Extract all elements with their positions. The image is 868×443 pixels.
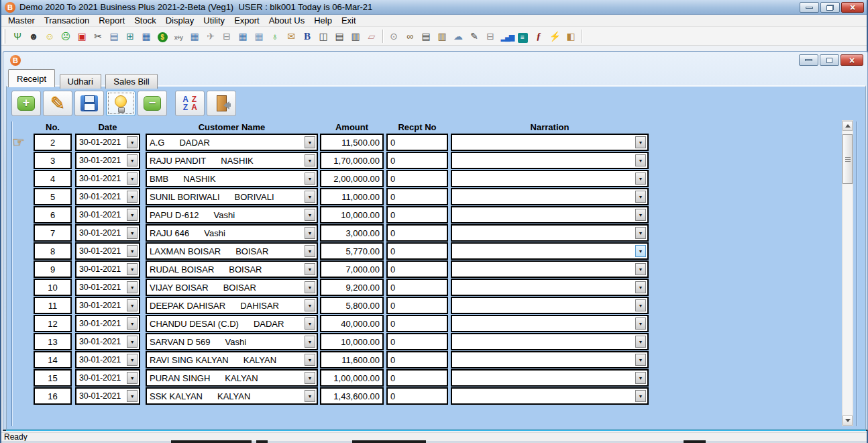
menu-item[interactable]: About Us xyxy=(264,15,309,27)
customer-combo[interactable]: RUDAL BOISARBOISAR xyxy=(146,260,318,278)
no-field[interactable]: 12 xyxy=(34,315,72,332)
menu-item[interactable]: Transaction xyxy=(40,15,94,27)
calculator-icon[interactable]: ≡ xyxy=(517,30,529,43)
customer-combo[interactable]: PURAN SINGHKALYAN xyxy=(146,369,318,387)
recpt-no-field[interactable]: 0 xyxy=(386,297,448,314)
scroll-up-icon[interactable] xyxy=(843,121,853,131)
date-combo[interactable]: 30-01-2021 xyxy=(75,134,140,151)
close-form-button[interactable] xyxy=(207,91,236,116)
chevron-down-icon[interactable] xyxy=(305,281,315,293)
no-field[interactable]: 8 xyxy=(34,242,72,260)
recpt-no-field[interactable]: 0 xyxy=(386,351,448,368)
chevron-down-icon[interactable] xyxy=(127,245,138,257)
save-button[interactable] xyxy=(74,91,104,116)
no-field[interactable]: 5 xyxy=(34,188,72,205)
amount-field[interactable]: 7,000.00 xyxy=(320,260,384,278)
amount-field[interactable]: 11,500.00 xyxy=(320,134,384,151)
chevron-down-icon[interactable] xyxy=(127,317,138,330)
chevron-down-icon[interactable] xyxy=(305,317,315,330)
function-icon[interactable]: ƒ xyxy=(533,30,545,43)
recpt-no-field[interactable]: 0 xyxy=(386,315,448,332)
narration-combo[interactable] xyxy=(451,333,649,350)
date-combo[interactable]: 30-01-2021 xyxy=(75,279,140,296)
customer-combo[interactable]: SSK KALYANKALYAN xyxy=(146,387,318,405)
toolbar-grip[interactable] xyxy=(3,29,5,44)
grid-window-icon[interactable]: ▦ xyxy=(189,30,201,43)
date-combo[interactable]: 30-01-2021 xyxy=(75,170,140,187)
close-button[interactable] xyxy=(841,2,864,13)
menu-item[interactable]: Help xyxy=(309,15,337,27)
chevron-down-icon[interactable] xyxy=(305,263,315,275)
amount-field[interactable]: 5,800.00 xyxy=(320,297,384,314)
glasses-icon[interactable]: ∞ xyxy=(404,30,416,43)
sort-az-button[interactable]: AZZA xyxy=(175,91,205,116)
menu-item[interactable]: Export xyxy=(229,15,264,27)
amount-field[interactable]: 10,000.00 xyxy=(320,333,384,350)
recpt-no-field[interactable]: 0 xyxy=(386,224,448,242)
recpt-no-field[interactable]: 0 xyxy=(386,279,448,296)
customer-combo[interactable]: PAPU D-612Vashi xyxy=(146,206,318,224)
narration-combo[interactable] xyxy=(451,206,649,224)
chevron-down-icon[interactable] xyxy=(635,336,646,348)
customer-combo[interactable]: RAJU 646Vashi xyxy=(146,224,318,242)
recpt-no-field[interactable]: 0 xyxy=(386,152,448,169)
narration-combo[interactable] xyxy=(451,134,649,151)
no-field[interactable]: 15 xyxy=(34,369,72,387)
comment-bubble-icon[interactable]: ☁ xyxy=(453,30,464,43)
table-alt-icon[interactable]: ▦ xyxy=(254,30,265,43)
bold-icon[interactable]: B xyxy=(302,30,313,43)
chevron-down-icon[interactable] xyxy=(127,209,138,221)
cabinet-icon[interactable]: ▥ xyxy=(437,30,448,43)
paper-plane-icon[interactable]: ✈ xyxy=(205,30,217,43)
note-document-icon[interactable]: ▤ xyxy=(109,30,120,43)
scroll-down-icon[interactable] xyxy=(843,415,853,426)
recpt-no-field[interactable]: 0 xyxy=(386,188,448,205)
menu-item[interactable]: Report xyxy=(94,15,129,27)
server-export-icon[interactable]: ⊟ xyxy=(485,30,496,43)
globe-truck-icon[interactable]: ♁ xyxy=(270,30,281,43)
chevron-down-icon[interactable] xyxy=(127,299,138,311)
customer-combo[interactable]: BMBNASHIK xyxy=(146,170,318,187)
date-combo[interactable]: 30-01-2021 xyxy=(75,242,140,260)
chevron-down-icon[interactable] xyxy=(305,136,315,148)
chevron-down-icon[interactable] xyxy=(305,245,315,257)
date-combo[interactable]: 30-01-2021 xyxy=(75,351,140,368)
date-combo[interactable]: 30-01-2021 xyxy=(75,387,140,405)
narration-combo[interactable] xyxy=(451,260,649,278)
happy-face-icon[interactable]: ☺ xyxy=(44,30,56,43)
chevron-down-icon[interactable] xyxy=(127,136,138,148)
child-close-button[interactable] xyxy=(840,54,863,66)
spy-person-icon[interactable]: ☻ xyxy=(28,30,40,43)
recpt-no-field[interactable]: 0 xyxy=(386,369,448,387)
book-pages-icon[interactable]: ◫ xyxy=(318,30,329,43)
date-combo[interactable]: 30-01-2021 xyxy=(75,315,140,332)
customer-combo[interactable]: CHANDU DESAI (C.D)DADAR xyxy=(146,315,318,332)
chevron-down-icon[interactable] xyxy=(635,154,646,166)
narration-combo[interactable] xyxy=(451,170,649,187)
menu-item[interactable]: Stock xyxy=(129,15,161,27)
no-field[interactable]: 10 xyxy=(34,279,72,296)
child-maximize-button[interactable] xyxy=(820,54,839,66)
narration-combo[interactable] xyxy=(451,279,649,296)
no-field[interactable]: 13 xyxy=(34,333,72,350)
notepad-edit-icon[interactable]: ✎ xyxy=(469,30,480,43)
mask-icon[interactable]: ▣ xyxy=(76,30,88,43)
menu-item[interactable]: Display xyxy=(161,15,199,27)
date-combo[interactable]: 30-01-2021 xyxy=(75,297,140,314)
no-field[interactable]: 9 xyxy=(34,260,72,278)
narration-combo[interactable] xyxy=(451,369,649,387)
table-icon[interactable]: ▦ xyxy=(237,30,249,43)
no-field[interactable]: 7 xyxy=(34,224,72,242)
amount-field[interactable]: 5,770.00 xyxy=(320,242,384,260)
customer-combo[interactable]: SARVAN D 569Vashi xyxy=(146,333,318,350)
chevron-down-icon[interactable] xyxy=(635,136,646,148)
customer-combo[interactable]: RAJU PANDITNASHIK xyxy=(146,152,318,169)
chevron-down-icon[interactable] xyxy=(127,354,138,366)
no-field[interactable]: 4 xyxy=(34,170,72,187)
no-field[interactable]: 2 xyxy=(34,134,72,151)
amount-field[interactable]: 3,000.00 xyxy=(320,224,384,242)
amount-field[interactable]: 11,000.00 xyxy=(320,188,384,205)
amount-field[interactable]: 1,70,000.00 xyxy=(320,152,384,169)
narration-combo[interactable] xyxy=(451,351,649,368)
menu-item[interactable]: Master xyxy=(3,15,40,27)
